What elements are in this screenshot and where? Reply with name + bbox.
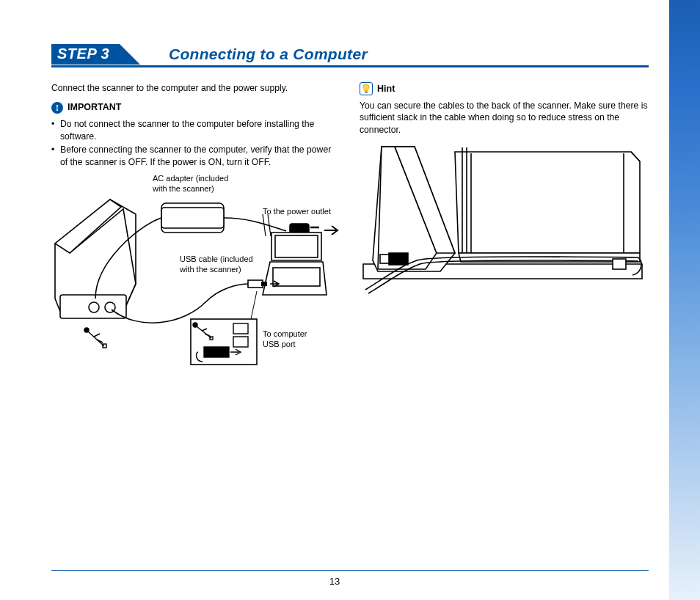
hint-label: Hint [377, 83, 395, 95]
content-area: STEP 3 Connecting to a Computer Connect … [51, 44, 649, 578]
connection-diagram: AC adapter (included with the scanner) T… [51, 174, 339, 372]
svg-rect-26 [613, 259, 626, 269]
svg-rect-15 [233, 323, 248, 334]
svg-rect-6 [161, 208, 224, 228]
fig-label-line: USB cable (included [180, 255, 253, 263]
info-icon: ! [51, 102, 63, 114]
fig-label-usb-cable: USB cable (included with the scanner) [180, 255, 253, 275]
page-number: 13 [0, 576, 669, 587]
step-banner: STEP 3 Connecting to a Computer [51, 44, 649, 66]
hint-icon [360, 82, 373, 95]
svg-rect-10 [275, 235, 318, 257]
fig-label-line: To computer [263, 329, 307, 338]
svg-rect-25 [380, 255, 389, 263]
cable-secure-diagram [360, 143, 646, 297]
banner-rule [51, 65, 649, 67]
hint-text: You can secure the cables to the back of… [360, 100, 649, 136]
fig-label-line: USB port [263, 340, 296, 348]
svg-rect-13 [261, 282, 267, 286]
bullet-item: Before connecting the scanner to the com… [51, 144, 340, 168]
important-bullets: Do not connect the scanner to the comput… [51, 118, 340, 168]
side-gradient [669, 0, 700, 600]
hint-heading: Hint [360, 82, 649, 95]
intro-text: Connect the scanner to the computer and … [51, 82, 340, 94]
step-title: Connecting to a Computer [169, 44, 368, 65]
fig-label-line: AC adapter (included [153, 174, 228, 183]
svg-rect-24 [389, 253, 408, 265]
left-column: Connect the scanner to the computer and … [51, 82, 340, 372]
svg-point-3 [84, 328, 89, 332]
right-column: Hint You can secure the cables to the ba… [360, 82, 649, 372]
important-label: IMPORTANT [68, 101, 121, 114]
svg-point-18 [193, 323, 197, 327]
fig-label-power-outlet: To the power outlet [263, 207, 331, 217]
fig-label-line: with the scanner) [180, 265, 241, 274]
important-heading: ! IMPORTANT [51, 101, 340, 114]
step-tab: STEP 3 [51, 44, 120, 65]
svg-rect-12 [248, 280, 263, 288]
svg-rect-11 [273, 268, 320, 286]
page: STEP 3 Connecting to a Computer Connect … [0, 0, 700, 600]
bullet-item: Do not connect the scanner to the comput… [51, 118, 340, 142]
svg-rect-16 [233, 337, 248, 347]
svg-point-1 [89, 302, 99, 312]
fig-label-line: with the scanner) [153, 184, 214, 193]
svg-rect-17 [204, 347, 229, 357]
fig-label-usb-port: To computer USB port [263, 329, 307, 350]
fig-label-ac-adapter: AC adapter (included with the scanner) [153, 174, 228, 194]
svg-rect-20 [365, 92, 368, 94]
footer-rule [51, 570, 649, 571]
columns: Connect the scanner to the computer and … [51, 82, 649, 372]
